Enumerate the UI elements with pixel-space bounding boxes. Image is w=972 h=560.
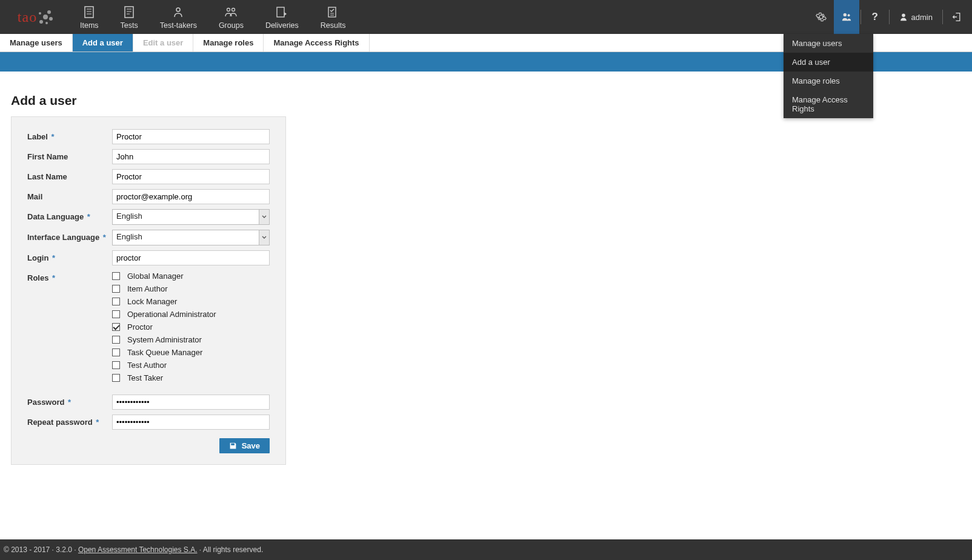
topbar: tao Items Tests Test-takers Groups xyxy=(0,0,972,34)
users-dropdown: Manage users Add a user Manage roles Man… xyxy=(784,34,873,118)
label-last-name: Last Name xyxy=(27,169,112,181)
add-user-form: Label * First Name Last Name Mail Data L… xyxy=(11,116,286,465)
save-icon xyxy=(229,442,237,450)
label-password: Password * xyxy=(27,395,112,407)
label-input[interactable] xyxy=(112,129,270,144)
users-icon xyxy=(841,12,852,22)
checkbox[interactable] xyxy=(112,336,120,344)
people-icon xyxy=(224,6,238,18)
person-icon xyxy=(172,6,184,18)
content-area: Add a user Label * First Name Last Name … xyxy=(0,72,972,476)
nav-results[interactable]: Results xyxy=(310,0,357,34)
dropdown-item-manage-roles[interactable]: Manage roles xyxy=(784,72,873,90)
nav-label: Deliveries xyxy=(265,21,299,30)
svg-point-1 xyxy=(47,10,51,14)
label-label: Label * xyxy=(27,129,112,141)
checkbox[interactable] xyxy=(112,298,120,305)
mail-input[interactable] xyxy=(112,189,270,204)
document-icon xyxy=(124,6,135,18)
label-roles: Roles * xyxy=(27,270,112,282)
interface-language-select[interactable]: English xyxy=(112,230,270,245)
tab-edit-user: Edit a user xyxy=(133,34,193,52)
nav-groups[interactable]: Groups xyxy=(208,0,255,34)
svg-point-23 xyxy=(902,13,905,17)
nav-deliveries[interactable]: Deliveries xyxy=(255,0,310,34)
svg-point-2 xyxy=(49,17,53,21)
first-name-input[interactable] xyxy=(112,149,270,164)
nav-label: Tests xyxy=(121,21,138,30)
password-input[interactable] xyxy=(112,395,270,410)
checkbox[interactable] xyxy=(112,272,120,280)
nav-test-takers[interactable]: Test-takers xyxy=(149,0,208,34)
role-operational-admin[interactable]: Operational Administrator xyxy=(112,310,270,319)
label-first-name: First Name xyxy=(27,149,112,161)
help-button[interactable]: ? xyxy=(862,0,888,34)
dropdown-item-add-user[interactable]: Add a user xyxy=(784,53,873,72)
person-icon xyxy=(899,13,908,21)
role-proctor[interactable]: Proctor xyxy=(112,322,270,332)
label-data-language: Data Language * xyxy=(27,209,112,221)
svg-point-4 xyxy=(39,12,41,15)
last-name-input[interactable] xyxy=(112,169,270,184)
chevron-down-icon xyxy=(259,210,269,224)
logout-button[interactable] xyxy=(944,0,970,34)
logo-dots-icon xyxy=(37,8,54,25)
svg-rect-17 xyxy=(277,7,284,17)
results-icon xyxy=(327,6,339,18)
svg-rect-6 xyxy=(85,7,93,18)
nav-label: Groups xyxy=(219,21,244,30)
checkbox[interactable] xyxy=(112,310,120,318)
save-button[interactable]: Save xyxy=(219,438,270,453)
users-menu-button[interactable] xyxy=(834,0,859,34)
svg-point-22 xyxy=(847,14,850,16)
label-repeat-password: Repeat password * xyxy=(27,415,112,427)
roles-list: Global Manager Item Author Lock Manager … xyxy=(112,270,270,382)
checkbox[interactable] xyxy=(112,361,120,369)
user-menu[interactable]: admin xyxy=(891,0,941,34)
svg-rect-10 xyxy=(125,7,133,18)
role-system-admin[interactable]: System Administrator xyxy=(112,335,270,344)
svg-point-5 xyxy=(45,22,48,24)
role-test-taker[interactable]: Test Taker xyxy=(112,373,270,382)
divider xyxy=(889,10,890,24)
dropdown-item-manage-access[interactable]: Manage Access Rights xyxy=(784,90,873,118)
svg-point-3 xyxy=(39,20,43,24)
checkbox[interactable] xyxy=(112,374,120,382)
tab-manage-roles[interactable]: Manage roles xyxy=(193,34,264,52)
nav-items[interactable]: Items xyxy=(69,0,110,34)
delivery-icon xyxy=(276,6,288,18)
role-item-author[interactable]: Item Author xyxy=(112,284,270,293)
document-icon xyxy=(84,6,95,18)
login-input[interactable] xyxy=(112,250,270,265)
svg-point-16 xyxy=(232,8,235,12)
checkbox[interactable] xyxy=(112,285,120,293)
nav-label: Results xyxy=(321,21,346,30)
chevron-down-icon xyxy=(259,230,269,245)
role-lock-manager[interactable]: Lock Manager xyxy=(112,297,270,306)
tab-add-user[interactable]: Add a user xyxy=(73,34,133,52)
label-mail: Mail xyxy=(27,189,112,201)
checkbox[interactable] xyxy=(112,323,120,331)
gear-icon xyxy=(816,12,827,22)
role-task-queue-manager[interactable]: Task Queue Manager xyxy=(112,348,270,357)
settings-button[interactable] xyxy=(808,0,834,34)
svg-point-15 xyxy=(227,8,230,12)
nav-tests[interactable]: Tests xyxy=(110,0,149,34)
checkbox[interactable] xyxy=(112,348,120,356)
repeat-password-input[interactable] xyxy=(112,415,270,430)
nav-label: Items xyxy=(80,21,99,30)
role-test-author[interactable]: Test Author xyxy=(112,361,270,370)
data-language-select[interactable]: English xyxy=(112,209,270,225)
svg-point-21 xyxy=(843,13,846,16)
role-global-manager[interactable]: Global Manager xyxy=(112,272,270,281)
username-label: admin xyxy=(911,13,933,22)
divider xyxy=(860,10,861,24)
logout-icon xyxy=(952,12,962,22)
brand-logo[interactable]: tao xyxy=(2,8,69,25)
dropdown-item-manage-users[interactable]: Manage users xyxy=(784,34,873,53)
nav-label: Test-takers xyxy=(160,21,197,30)
tab-manage-access[interactable]: Manage Access Rights xyxy=(264,34,369,52)
help-icon: ? xyxy=(871,11,877,23)
tab-manage-users[interactable]: Manage users xyxy=(0,34,73,52)
svg-point-0 xyxy=(43,15,48,19)
